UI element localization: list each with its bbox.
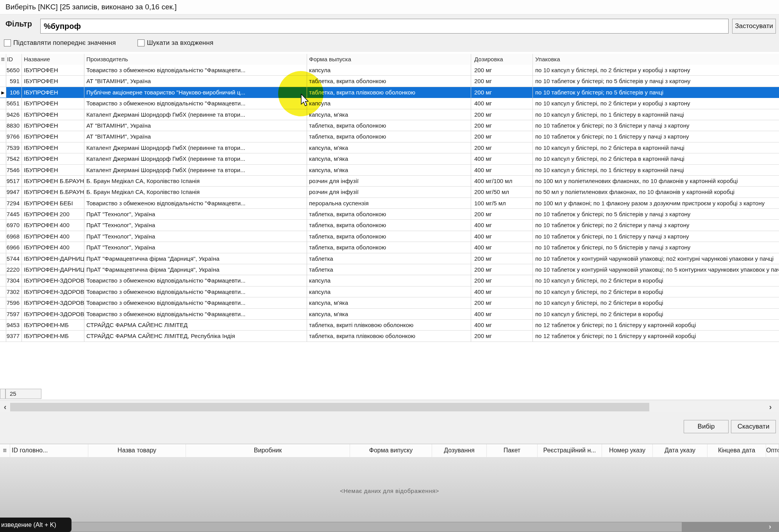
search-by-entry-checkbox-group[interactable]: Шукати за входження: [138, 39, 213, 47]
table-row[interactable]: 7546ІБУПРОФЕНКаталент Джермані Шорндорф …: [0, 165, 779, 176]
cell-manufacturer: Каталент Джермані Шорндорф ГмбХ (первинн…: [84, 165, 307, 176]
cell-id: 7596: [6, 297, 22, 308]
search-by-entry-checkbox[interactable]: [138, 39, 145, 46]
apply-filter-button[interactable]: Застосувати: [732, 19, 776, 34]
substitute-previous-checkbox-group[interactable]: Підставляти попереднє значення: [4, 39, 116, 47]
cancel-button[interactable]: Скасувати: [731, 420, 776, 433]
table-row[interactable]: 7597ІБУПРОФЕН-ЗДОРОВ'Я У...Товариство з …: [0, 309, 779, 320]
table-row[interactable]: 591ІБУПРОФЕНАТ "ВІТАМІНИ", Українатаблет…: [0, 76, 779, 87]
row-gutter-cell: [0, 320, 6, 331]
cell-manufacturer: Товариство з обмеженою відповідальністю …: [84, 297, 307, 308]
cell-dosage: 200 мг: [471, 120, 533, 131]
cell-id: 9766: [6, 131, 22, 142]
table-row[interactable]: 7596ІБУПРОФЕН-ЗДОРОВ'Я У...Товариство з …: [0, 297, 779, 308]
bottom-scrollbar-thumb[interactable]: [0, 522, 682, 532]
bottom-column-header[interactable]: Кінцева дата: [708, 444, 766, 457]
cell-id: 6970: [6, 220, 22, 231]
table-row[interactable]: 9517ІБУПРОФЕН Б.БРАУНБ. Браун Медікал СА…: [0, 176, 779, 187]
cell-package: по 10 капсул у блістері, по 2 блістери у…: [533, 65, 779, 76]
cell-name: ІБУПРОФЕН 400: [22, 231, 84, 242]
bottom-column-header[interactable]: Реєстраційний н...: [538, 444, 602, 457]
table-row[interactable]: 5651ІБУПРОФЕНТовариство з обмеженою відп…: [0, 98, 779, 109]
table-row[interactable]: 9426ІБУПРОФЕНКаталент Джермані Шорндорф …: [0, 109, 779, 120]
table-row[interactable]: 6970ІБУПРОФЕН 400ПрАТ "Технолог", Україн…: [0, 220, 779, 231]
cell-name: ІБУПРОФЕН: [22, 76, 84, 87]
table-row[interactable]: 2220ІБУПРОФЕН-ДАРНИЦЯПрАТ "Фармацевтична…: [0, 264, 779, 275]
scroll-right-arrow-icon[interactable]: ›: [766, 402, 775, 412]
cell-name: ІБУПРОФЕН-ЗДОРОВ'Я: [22, 286, 84, 297]
bottom-column-header[interactable]: Пакет: [487, 444, 538, 457]
table-row[interactable]: ▶106ІБУПРОФЕНПублічне акціонерне товарис…: [0, 87, 779, 98]
column-header-manufacturer[interactable]: Производитель: [84, 54, 307, 65]
bottom-grid-menu-icon[interactable]: ≣: [0, 444, 10, 457]
bottom-column-header[interactable]: Оптов: [766, 444, 779, 457]
cell-form: капсула, м'яка: [307, 142, 471, 153]
table-row[interactable]: 7539ІБУПРОФЕНКаталент Джермані Шорндорф …: [0, 142, 779, 153]
table-row[interactable]: 7542ІБУПРОФЕНКаталент Джермані Шорндорф …: [0, 153, 779, 164]
cell-manufacturer: АТ "ВІТАМІНИ", Україна: [84, 76, 307, 87]
cell-manufacturer: Публічне акціонерне товариство "Науково-…: [84, 87, 307, 98]
row-gutter-cell: [0, 231, 6, 242]
grid-menu-icon[interactable]: ≣: [0, 54, 6, 65]
table-row[interactable]: 7294ІБУПРОФЕН БЕБІТовариство з обмеженою…: [0, 198, 779, 209]
row-gutter-cell: [0, 187, 6, 197]
bottom-column-header[interactable]: Дата указу: [653, 444, 708, 457]
cell-id: 8830: [6, 120, 22, 131]
bottom-horizontal-scrollbar[interactable]: ›: [0, 522, 779, 532]
table-row[interactable]: 9766ІБУПРОФЕНАТ "ВІТАМІНИ", Українатабле…: [0, 131, 779, 142]
cell-form: пероральна суспензія: [307, 198, 471, 209]
cell-name: ІБУПРОФЕН-ЗДОРОВ'Я У...: [22, 309, 84, 320]
column-header-id[interactable]: ID: [6, 54, 22, 65]
cell-id: 6968: [6, 231, 22, 242]
table-row[interactable]: 9947ІБУПРОФЕН Б.БРАУНБ. Браун Медікал СА…: [0, 187, 779, 197]
column-header-name[interactable]: Название: [22, 54, 84, 65]
horizontal-scrollbar[interactable]: ‹ ›: [0, 402, 779, 412]
cell-name: ІБУПРОФЕН Б.БРАУН: [22, 187, 84, 197]
cell-id: 5650: [6, 65, 22, 76]
table-row[interactable]: 7302ІБУПРОФЕН-ЗДОРОВ'ЯТовариство з обмеж…: [0, 286, 779, 297]
cell-manufacturer: ПрАТ "Технолог", Україна: [84, 220, 307, 231]
table-row[interactable]: 5650ІБУПРОФЕНТовариство з обмеженою відп…: [0, 65, 779, 76]
column-header-dosage[interactable]: Дозировка: [471, 54, 533, 65]
bottom-column-header[interactable]: Форма випуску: [350, 444, 432, 457]
bottom-column-header[interactable]: Назва товару: [88, 444, 186, 457]
cell-id: 591: [6, 76, 22, 87]
cell-id: 9947: [6, 187, 22, 197]
bottom-column-header[interactable]: Виробник: [186, 444, 350, 457]
table-row[interactable]: 6968ІБУПРОФЕН 400ПрАТ "Технолог", Україн…: [0, 231, 779, 242]
cell-name: ІБУПРОФЕН-ДАРНИЦЯ: [22, 253, 84, 264]
cell-manufacturer: ПрАТ "Технолог", Україна: [84, 231, 307, 242]
table-row[interactable]: 9377ІБУПРОФЕН-МБСТРАЙДС ФАРМА САЙЕНС ЛІМ…: [0, 331, 779, 342]
cell-dosage: 200 мг: [471, 209, 533, 220]
bottom-column-header[interactable]: ID головно...: [10, 444, 88, 457]
filter-panel: Фільтр Застосувати Підставляти попереднє…: [0, 14, 779, 52]
column-header-form[interactable]: Форма выпуска: [307, 54, 471, 65]
cell-dosage: 400 мг: [471, 242, 533, 253]
cell-name: ІБУПРОФЕН: [22, 65, 84, 76]
substitute-previous-checkbox[interactable]: [4, 39, 11, 46]
cell-form: таблетка, вкрита оболонкою: [307, 220, 471, 231]
cell-id: 7546: [6, 165, 22, 176]
bottom-column-header[interactable]: Номер указу: [602, 444, 653, 457]
column-header-package[interactable]: Упаковка: [533, 54, 779, 65]
row-gutter-cell: [0, 331, 6, 342]
window-title-bar: Виберіть [NKC] [25 записів, виконано за …: [0, 0, 779, 14]
table-row[interactable]: 5744ІБУПРОФЕН-ДАРНИЦЯПрАТ "Фармацевтична…: [0, 253, 779, 264]
table-row[interactable]: 6966ІБУПРОФЕН 400ПрАТ "Технолог", Україн…: [0, 242, 779, 253]
row-gutter-cell: [0, 76, 6, 87]
bottom-scroll-right-arrow-icon[interactable]: ›: [765, 522, 775, 532]
horizontal-scrollbar-thumb[interactable]: [10, 403, 649, 411]
cell-id: 9426: [6, 109, 22, 120]
table-row[interactable]: 7445ІБУПРОФЕН 200ПрАТ "Технолог", Україн…: [0, 209, 779, 220]
bottom-column-header[interactable]: Дозування: [432, 444, 487, 457]
cell-manufacturer: СТРАЙДС ФАРМА САЙЕНС ЛІМІТЕД: [84, 320, 307, 331]
select-button[interactable]: Вибір: [684, 420, 729, 433]
table-row[interactable]: 7304ІБУПРОФЕН-ЗДОРОВ'ЯТовариство з обмеж…: [0, 275, 779, 286]
results-grid-body: 5650ІБУПРОФЕНТовариство з обмеженою відп…: [0, 65, 779, 342]
scroll-left-arrow-icon[interactable]: ‹: [1, 402, 9, 412]
table-row[interactable]: 9453ІБУПРОФЕН-МБСТРАЙДС ФАРМА САЙЕНС ЛІМ…: [0, 320, 779, 331]
cell-dosage: 400 мг: [471, 320, 533, 331]
row-gutter-cell: [0, 242, 6, 253]
table-row[interactable]: 8830ІБУПРОФЕНАТ "ВІТАМІНИ", Українатабле…: [0, 120, 779, 131]
filter-input[interactable]: [40, 19, 729, 34]
